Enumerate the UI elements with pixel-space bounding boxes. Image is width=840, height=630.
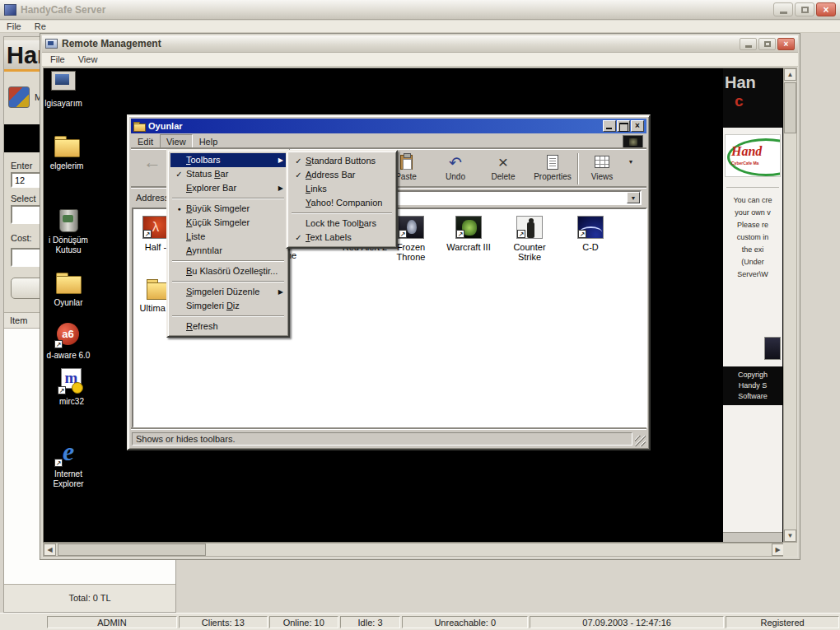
- menu-item-standard-buttons[interactable]: ✓Standard Buttons: [290, 154, 394, 168]
- resize-grip[interactable]: [635, 436, 646, 446]
- toolbar-button-views[interactable]: Views: [582, 152, 622, 186]
- page-text-line: You can cre: [724, 194, 782, 207]
- menu-item-links[interactable]: Links: [290, 182, 394, 196]
- file-icon-warcraft[interactable]: Warcraft III: [442, 216, 495, 252]
- main-close-button[interactable]: ×: [816, 2, 836, 16]
- desktop-icon-computer[interactable]: lgisayarım: [43, 70, 90, 109]
- desktop-icon-recycle[interactable]: i Dönüşüm Kutusu: [43, 207, 95, 255]
- menu-item-liste[interactable]: Liste: [170, 230, 286, 244]
- menu-item-label: Bu Klasörü Özelleştir...: [186, 266, 278, 276]
- menu-item-lock-the-toolbars[interactable]: Lock the Toolbars: [290, 217, 394, 231]
- desktop-icon-folder[interactable]: elgelerim: [43, 133, 93, 171]
- main-maximize-button[interactable]: [795, 2, 814, 16]
- desktop-icon-adaware[interactable]: d-aware 6.0: [43, 322, 95, 361]
- menu-item-refresh[interactable]: Refresh: [170, 320, 286, 334]
- remote-desktop-view[interactable]: lgisayarımelgelerimi Dönüşüm KutusuOyunl…: [43, 68, 785, 543]
- checkmark-icon: ✓: [293, 231, 304, 245]
- oyunlar-minimize-button[interactable]: [603, 120, 616, 132]
- menu-item-bu-klas-r-zelle-tir-[interactable]: Bu Klasörü Özelleştir...: [170, 264, 286, 278]
- remote-management-icon: [45, 39, 58, 49]
- file-icon-cs[interactable]: Counter Strike: [503, 216, 556, 262]
- status-panel: 07.09.2003 - 12:47:16: [530, 616, 724, 628]
- remote-close-button[interactable]: ×: [777, 38, 795, 50]
- menubar-item-edit[interactable]: Edit: [131, 134, 160, 149]
- menu-item-label: Links: [306, 184, 327, 194]
- menu-item-k-k-simgeler[interactable]: Küçük Simgeler: [170, 216, 286, 230]
- menu-separator: [172, 198, 284, 199]
- menu-item-label: Address Bar: [306, 170, 356, 180]
- delete-glyph: ×: [498, 154, 508, 170]
- scroll-down-icon[interactable]: ▼: [784, 530, 796, 542]
- menu-item-simgeleri-d-zenle[interactable]: Simgeleri Düzenle▶: [170, 285, 286, 299]
- menu-item-label: Simgeleri Düzenle: [186, 287, 259, 296]
- menu-item-ayr-nt-lar[interactable]: Ayrıntılar: [170, 244, 286, 258]
- menu-item-simgeleri-diz[interactable]: Simgeleri Diz: [170, 299, 286, 313]
- menubar-item-help[interactable]: Help: [193, 134, 225, 149]
- status-panel: Registered: [726, 616, 839, 628]
- toolbar-button-properties[interactable]: Properties: [526, 152, 579, 186]
- menu-item-explorer-bar[interactable]: Explorer Bar▶: [170, 181, 286, 195]
- menu-item-status-bar[interactable]: ✓Status Bar: [170, 167, 286, 181]
- status-message: Shows or hides toolbars.: [132, 432, 632, 446]
- checkmark-icon: ✓: [174, 167, 184, 181]
- file-icon-label: Warcraft III: [442, 242, 495, 252]
- toolbar-button-undo[interactable]: ↶Undo: [432, 152, 478, 186]
- file-icon-label: C-D: [564, 242, 617, 252]
- desktop-icon-label: elgelerim: [43, 161, 93, 171]
- horizontal-scrollbar[interactable]: ◀ ▶: [43, 543, 785, 557]
- menu-item-label: Refresh: [186, 321, 218, 331]
- menubar-item-view[interactable]: View: [160, 134, 193, 149]
- toolbar-button-back[interactable]: ←: [136, 152, 169, 186]
- vertical-scrollbar[interactable]: ▲ ▼: [783, 68, 797, 543]
- divider: [726, 187, 779, 188]
- shortcut-arrow-icon: [456, 230, 464, 238]
- remote-minimize-button[interactable]: [740, 38, 757, 50]
- toolbar-button-label: Views: [582, 172, 622, 181]
- status-panel: Idle: 3: [340, 616, 401, 628]
- folder-icon: [54, 269, 82, 296]
- main-window-title: HandyCafe Server: [21, 4, 105, 16]
- desktop-icon-ie[interactable]: Internet Explorer: [43, 441, 95, 489]
- main-minimize-button[interactable]: [773, 2, 793, 16]
- scroll-right-icon[interactable]: ▶: [772, 544, 784, 556]
- menu-item-toolbars[interactable]: Toolbars▶: [170, 153, 286, 167]
- undo-glyph: ↶: [449, 153, 462, 171]
- oyunlar-titlebar[interactable]: Oyunlar ×: [131, 119, 646, 133]
- oyunlar-close-button[interactable]: ×: [631, 120, 644, 132]
- desktop-icon-mirc[interactable]: mirc32: [45, 368, 98, 407]
- checkmark-icon: ✓: [293, 154, 304, 168]
- desktop-icon-folder[interactable]: Oyunlar: [43, 269, 95, 308]
- toolbar-button-delete[interactable]: ×Delete: [480, 152, 526, 186]
- shortcut-arrow-icon: [578, 230, 586, 238]
- remote-maximize-button[interactable]: [758, 38, 776, 50]
- oyunlar-maximize-button[interactable]: [617, 120, 630, 132]
- address-dropdown-arrow[interactable]: ▼: [627, 192, 640, 203]
- menu-item-label: Lock the Toolbars: [306, 218, 376, 228]
- screen: HandyCafe Server × FileRe Han M Enter Se…: [0, 0, 840, 630]
- remote-titlebar[interactable]: Remote Management ×: [42, 35, 798, 53]
- file-icon-cd[interactable]: C-D: [564, 216, 617, 252]
- paste-glyph: [400, 155, 413, 170]
- menu-item-b-y-k-simgeler[interactable]: ●Büyük Simgeler: [170, 202, 286, 216]
- menubar-item-file[interactable]: File: [7, 21, 21, 31]
- menu-separator: [292, 212, 392, 214]
- menubar-item-re[interactable]: Re: [35, 21, 46, 31]
- menu-item-label: Explorer Bar: [186, 183, 236, 193]
- menubar-item-view[interactable]: View: [78, 54, 98, 64]
- recycle-icon: [54, 207, 82, 233]
- menu-item-label: Text Labels: [306, 232, 352, 242]
- menubar-item-file[interactable]: File: [50, 54, 65, 64]
- folder-icon: [53, 133, 81, 159]
- menu-item-address-bar[interactable]: ✓Address Bar: [290, 168, 394, 182]
- copyright-line: Copyrigh: [723, 370, 782, 380]
- scroll-left-icon[interactable]: ◀: [44, 544, 56, 556]
- remote-page-text: You can creyour own vPlease recustom int…: [723, 193, 782, 282]
- scroll-up-icon[interactable]: ▲: [784, 68, 796, 81]
- menu-item-yahoo-companion[interactable]: Yahoo! Companion: [290, 196, 394, 210]
- menu-item-text-labels[interactable]: ✓Text Labels: [290, 231, 394, 245]
- vertical-scroll-thumb[interactable]: [784, 82, 796, 133]
- horizontal-scroll-thumb[interactable]: [58, 544, 206, 556]
- toolbar-button-drop[interactable]: ▼: [625, 152, 637, 186]
- views-icon: [582, 152, 622, 172]
- toolbar-separator: [577, 153, 579, 184]
